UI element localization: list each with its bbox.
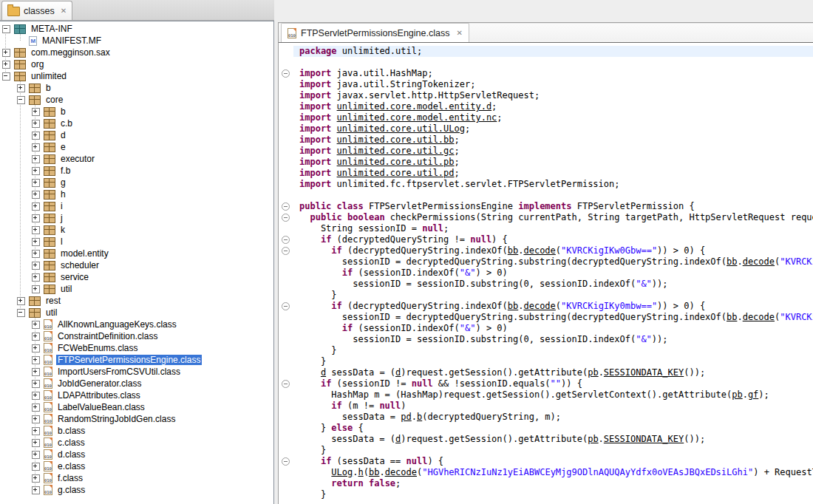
tree-item[interactable]: c.class <box>0 437 273 449</box>
code-link[interactable]: pb <box>588 434 598 444</box>
fold-collapse-icon[interactable] <box>282 380 290 388</box>
code-link[interactable]: pd <box>401 412 411 422</box>
tab-classes[interactable]: classes ✕ <box>1 1 72 20</box>
expand-toggle-icon[interactable] <box>32 463 40 471</box>
code-link[interactable]: gf <box>748 389 758 400</box>
code-link[interactable]: ULog <box>331 467 353 477</box>
tree-item[interactable]: ImportUsersFromCSVUtil.class <box>0 366 273 378</box>
expand-toggle-icon[interactable] <box>32 451 40 459</box>
tree-item[interactable]: com.megginson.sax <box>0 47 273 58</box>
tree-item[interactable]: LabelValueBean.class <box>0 401 273 413</box>
fold-collapse-icon[interactable] <box>282 457 290 466</box>
expand-toggle-icon[interactable] <box>32 392 40 400</box>
collapse-toggle-icon[interactable] <box>17 96 25 104</box>
expand-toggle-icon[interactable] <box>32 226 40 234</box>
expand-toggle-icon[interactable] <box>32 155 40 163</box>
code-link[interactable]: unlimited.core.model.entity.nc <box>337 112 497 123</box>
tree-item[interactable]: k <box>0 224 273 236</box>
tree-item[interactable]: g.class <box>0 484 273 496</box>
code-link[interactable]: pb <box>732 389 742 400</box>
expand-toggle-icon[interactable] <box>32 474 40 483</box>
expand-toggle-icon[interactable] <box>17 84 25 92</box>
tree-item[interactable]: MANIFEST.MF <box>0 35 273 47</box>
expand-toggle-icon[interactable] <box>32 321 40 329</box>
expand-toggle-icon[interactable] <box>32 285 40 293</box>
fold-collapse-icon[interactable] <box>282 214 290 222</box>
fold-collapse-icon[interactable] <box>282 247 290 255</box>
tree-item[interactable]: JobIdGenerator.class <box>0 378 273 389</box>
tree-item[interactable]: e.class <box>0 460 273 472</box>
code-link[interactable]: decode <box>523 301 555 311</box>
expand-toggle-icon[interactable] <box>32 344 40 353</box>
expand-toggle-icon[interactable] <box>32 143 40 151</box>
code-link[interactable]: decode <box>523 245 555 256</box>
tree-item[interactable]: b.class <box>0 425 273 437</box>
tree-item[interactable]: ConstraintDefinition.class <box>0 330 273 342</box>
tree-item[interactable]: scheduler <box>0 259 273 271</box>
tree-item[interactable]: i <box>0 200 273 212</box>
code-link[interactable]: decode <box>743 312 775 322</box>
tree-item[interactable]: g <box>0 177 273 188</box>
tree-item[interactable]: RandomStringJobIdGen.class <box>0 413 273 425</box>
expand-toggle-icon[interactable] <box>32 214 40 222</box>
expand-toggle-icon[interactable] <box>32 356 40 364</box>
code-link[interactable]: unlimited.core.util.pb <box>337 157 455 167</box>
expand-toggle-icon[interactable] <box>32 120 40 128</box>
expand-toggle-icon[interactable] <box>32 415 40 423</box>
tree-item[interactable]: unlimited <box>0 70 273 82</box>
expand-toggle-icon[interactable] <box>32 427 40 435</box>
expand-toggle-icon[interactable] <box>32 108 40 116</box>
expand-toggle-icon[interactable] <box>32 132 40 140</box>
close-icon[interactable]: ✕ <box>61 7 67 15</box>
tree-item[interactable]: b <box>0 106 273 118</box>
code-link[interactable]: unlimited.core.util.bb <box>337 134 455 145</box>
tree-item[interactable]: util <box>0 307 273 319</box>
tree-item[interactable]: l <box>0 236 273 248</box>
fold-collapse-icon[interactable] <box>282 302 290 310</box>
expand-toggle-icon[interactable] <box>32 179 40 187</box>
code-link[interactable]: bb <box>727 256 737 267</box>
code-link[interactable]: bb <box>508 301 518 311</box>
tree-item[interactable]: e <box>0 141 273 153</box>
code-link[interactable]: decode <box>743 256 775 267</box>
expand-toggle-icon[interactable] <box>32 238 40 246</box>
tree-item[interactable]: FCWebEnums.class <box>0 342 273 354</box>
tree-item[interactable]: service <box>0 271 273 283</box>
tree-item[interactable]: h <box>0 188 273 200</box>
tree-item[interactable]: executor <box>0 153 273 165</box>
tree-item[interactable]: j <box>0 212 273 224</box>
expand-toggle-icon[interactable] <box>32 486 40 494</box>
expand-toggle-icon[interactable] <box>32 191 40 199</box>
tree-item[interactable]: d <box>0 129 273 141</box>
code-link[interactable]: bb <box>727 312 737 322</box>
tab-decompiled-class[interactable]: FTPServletPermissionsEngine.class ✕ <box>281 23 469 42</box>
expand-toggle-icon[interactable] <box>32 202 40 211</box>
fold-collapse-icon[interactable] <box>282 202 290 211</box>
expand-toggle-icon[interactable] <box>32 250 40 258</box>
close-icon[interactable]: ✕ <box>456 30 462 37</box>
expand-toggle-icon[interactable] <box>32 368 40 376</box>
collapse-toggle-icon[interactable] <box>17 309 25 317</box>
fold-collapse-icon[interactable] <box>282 69 290 78</box>
tree-item[interactable]: d.class <box>0 449 273 460</box>
fold-collapse-icon[interactable] <box>282 236 290 244</box>
tree-item[interactable]: LDAPAttributes.class <box>0 389 273 401</box>
code-link[interactable]: pb <box>588 367 598 378</box>
tree-item[interactable]: AllKnownLanguageKeys.class <box>0 319 273 330</box>
tree-item[interactable]: core <box>0 94 273 106</box>
expand-toggle-icon[interactable] <box>2 49 10 57</box>
code-link[interactable]: bb <box>369 467 379 477</box>
tree-item[interactable]: model.entity <box>0 248 273 259</box>
code-link[interactable]: unlimited.core.model.entity.d <box>337 101 492 112</box>
expand-toggle-icon[interactable] <box>32 439 40 447</box>
code-link[interactable]: h <box>358 467 364 477</box>
code-link[interactable]: decode <box>385 467 417 477</box>
tree-item[interactable]: b <box>0 82 273 94</box>
code-link[interactable]: unlimited.core.util.ULog <box>337 123 465 134</box>
expand-toggle-icon[interactable] <box>2 61 10 69</box>
expand-toggle-icon[interactable] <box>32 262 40 270</box>
expand-toggle-icon[interactable] <box>32 333 40 341</box>
tree-item[interactable]: rest <box>0 295 273 307</box>
tree-item[interactable]: util <box>0 283 273 295</box>
expand-toggle-icon[interactable] <box>32 167 40 175</box>
